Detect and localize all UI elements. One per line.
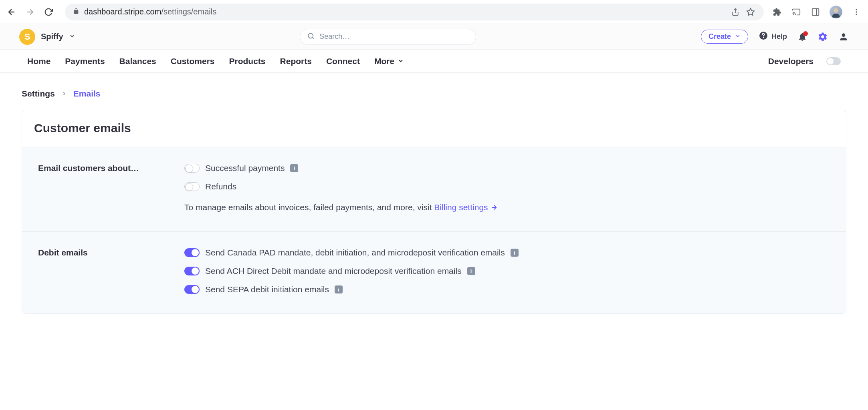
breadcrumb-emails[interactable]: Emails: [73, 89, 101, 98]
search-icon: [307, 32, 315, 41]
org-switcher[interactable]: S Spiffy: [19, 29, 75, 45]
toggle-row-sepa: Send SEPA debit initiation emails i: [184, 285, 830, 294]
billing-settings-link[interactable]: Billing settings: [434, 203, 497, 212]
nav-reports[interactable]: Reports: [280, 56, 312, 66]
nav-connect[interactable]: Connect: [326, 56, 360, 66]
section-label: Debit emails: [38, 248, 176, 294]
search-input[interactable]: [319, 32, 468, 41]
arrow-right-icon: [491, 204, 498, 211]
extensions-icon[interactable]: [772, 7, 782, 17]
section-label: Email customers about…: [38, 163, 176, 212]
toggle-row-ach: Send ACH Direct Debit mandate and microd…: [184, 266, 830, 276]
info-icon[interactable]: i: [467, 267, 475, 275]
browser-url-bar[interactable]: dashboard.stripe.com/settings/emails: [65, 4, 764, 20]
toggle-label: Send SEPA debit initiation emails: [205, 285, 329, 294]
notification-indicator: [803, 31, 808, 36]
nav-products[interactable]: Products: [229, 56, 266, 66]
toggle-label: Successful payments: [205, 163, 285, 173]
panel-title: Customer emails: [34, 121, 834, 135]
toggle-ach[interactable]: [184, 267, 200, 275]
settings-panel: Customer emails Email customers about… S…: [22, 110, 846, 314]
settings-button[interactable]: [818, 32, 828, 42]
share-icon[interactable]: [730, 7, 741, 17]
browser-back-icon[interactable]: [6, 7, 17, 17]
breadcrumb-settings[interactable]: Settings: [22, 89, 55, 98]
profile-avatar[interactable]: [830, 6, 842, 18]
helper-prefix: To manage emails about invoices, failed …: [184, 203, 434, 212]
toggle-label: Send ACH Direct Debit mandate and microd…: [205, 266, 462, 276]
org-name: Spiffy: [41, 32, 63, 41]
svg-point-5: [834, 8, 838, 13]
notifications-button[interactable]: [797, 32, 807, 42]
nav-developers[interactable]: Developers: [768, 56, 813, 66]
url-text: dashboard.stripe.com/settings/emails: [84, 7, 725, 16]
browser-toolbar: dashboard.stripe.com/settings/emails: [0, 0, 868, 24]
svg-point-7: [856, 11, 857, 12]
test-mode-toggle[interactable]: [826, 57, 841, 65]
help-button[interactable]: Help: [759, 31, 787, 42]
page-content: Settings Emails Customer emails Email cu…: [0, 73, 868, 330]
browser-menu-icon[interactable]: [851, 7, 862, 17]
section-debit-emails: Debit emails Send Canada PAD mandate, de…: [22, 231, 846, 314]
nav-home[interactable]: Home: [27, 56, 50, 66]
create-button[interactable]: Create: [701, 30, 748, 44]
search-bar[interactable]: [300, 29, 476, 45]
svg-point-6: [856, 9, 857, 10]
browser-forward-icon[interactable]: [25, 7, 35, 17]
nav-balances[interactable]: Balances: [119, 56, 156, 66]
info-icon[interactable]: i: [290, 164, 298, 172]
nav-more[interactable]: More: [374, 56, 404, 66]
bookmark-star-icon[interactable]: [745, 7, 756, 17]
toggle-label: Send Canada PAD mandate, debit initiatio…: [205, 248, 505, 257]
breadcrumb: Settings Emails: [22, 89, 846, 98]
toggle-canada-pad[interactable]: [184, 248, 200, 257]
toggle-row-refunds: Refunds: [184, 182, 830, 191]
account-button[interactable]: [838, 32, 849, 42]
svg-marker-1: [747, 8, 754, 15]
svg-line-10: [313, 37, 314, 38]
info-icon[interactable]: i: [511, 249, 519, 257]
toggle-sepa[interactable]: [184, 285, 200, 294]
chevron-down-icon: [69, 33, 75, 41]
app-header: S Spiffy Create Help: [0, 24, 868, 50]
nav-customers[interactable]: Customers: [171, 56, 215, 66]
org-logo: S: [19, 29, 35, 45]
info-icon[interactable]: i: [335, 285, 343, 293]
nav-more-label: More: [374, 56, 394, 66]
section-email-customers: Email customers about… Successful paymen…: [22, 147, 846, 231]
chevron-down-icon: [735, 32, 741, 41]
svg-point-9: [309, 33, 313, 38]
main-nav: Home Payments Balances Customers Product…: [0, 50, 868, 73]
toggle-row-canada-pad: Send Canada PAD mandate, debit initiatio…: [184, 248, 830, 257]
chevron-right-icon: [61, 89, 67, 98]
cast-icon[interactable]: [791, 7, 801, 17]
toggle-row-successful-payments: Successful payments i: [184, 163, 830, 173]
chevron-down-icon: [398, 56, 404, 66]
svg-point-8: [856, 14, 857, 15]
browser-reload-icon[interactable]: [43, 7, 54, 17]
helper-text: To manage emails about invoices, failed …: [184, 203, 830, 212]
toggle-label: Refunds: [205, 182, 236, 191]
panel-header: Customer emails: [22, 110, 846, 147]
help-label: Help: [771, 32, 787, 41]
svg-rect-3: [812, 8, 819, 15]
svg-point-12: [763, 37, 764, 38]
create-button-label: Create: [709, 32, 731, 41]
link-label: Billing settings: [434, 203, 488, 212]
lock-icon: [73, 8, 79, 16]
toggle-successful-payments[interactable]: [184, 164, 200, 173]
help-icon: [759, 31, 768, 42]
nav-payments[interactable]: Payments: [65, 56, 105, 66]
toggle-refunds[interactable]: [184, 182, 200, 191]
sidepanel-icon[interactable]: [810, 7, 821, 17]
